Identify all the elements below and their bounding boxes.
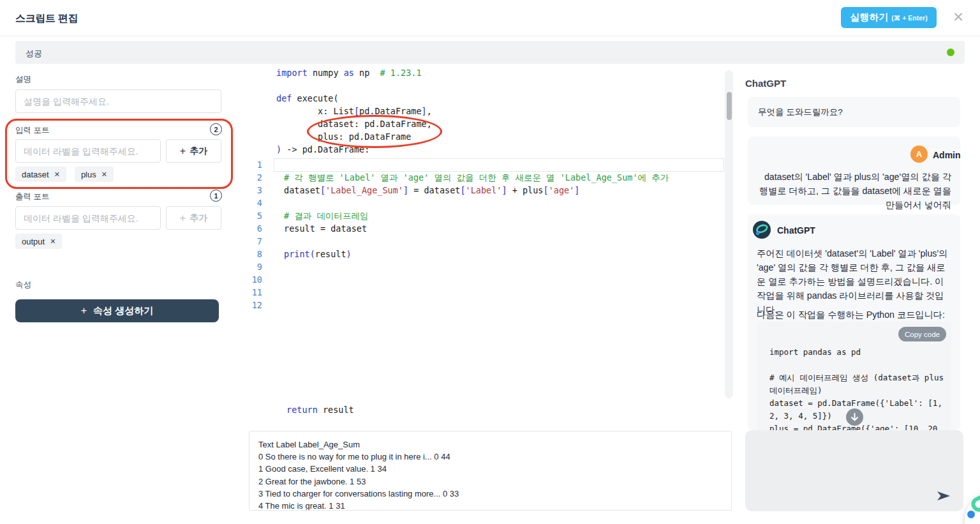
code-line-param-x: x: List[pd.DataFrame],	[276, 105, 432, 117]
chat-launcher-button[interactable]	[965, 493, 980, 524]
tag-output-close-icon[interactable]: ✕	[50, 237, 56, 246]
assistant-paragraph: 주어진 데이터셋 'dataset'의 'Label' 열과 'plus'의 '…	[757, 246, 952, 317]
list-item: 1	[246, 158, 262, 171]
input-port-tags: dataset ✕ plus ✕	[15, 167, 114, 182]
list-item: 12	[246, 299, 262, 311]
list-item: 8	[246, 248, 262, 260]
list-item: 4 The mic is great. 1 31	[258, 500, 722, 511]
list-item: 9	[246, 260, 262, 273]
run-button-label: 실행하기	[850, 11, 888, 24]
chatgpt-panel: ChatGPT 무엇을 도와드릴까요? A Admin dataset의 'La…	[745, 69, 965, 524]
chat-user-bubble: A Admin dataset의 'Label' 열과 plus의 'age'열…	[748, 137, 960, 205]
tag-dataset-close-icon[interactable]: ✕	[54, 170, 60, 179]
scroll-to-bottom-button[interactable]	[846, 408, 863, 426]
input-ports-label: 입력 포트	[15, 125, 49, 136]
run-button-shortcut: (⌘ + Enter)	[891, 14, 927, 22]
plus-icon: +	[180, 213, 186, 224]
list-item: 5	[246, 209, 262, 222]
list-item: 3 Tied to charger for conversations last…	[258, 488, 722, 500]
list-item: 6	[246, 222, 262, 235]
chat-greeting-bubble: 무엇을 도와드릴까요?	[748, 97, 960, 127]
tag-plus-close-icon[interactable]: ✕	[101, 170, 107, 179]
down-arrow-icon	[850, 412, 859, 422]
tag-plus: plus ✕	[75, 167, 114, 182]
editor-code-lines: # 각 행별로 'Label' 열과 'age' 열의 값을 더한 후 새로운 …	[284, 158, 669, 311]
code-editor[interactable]: import numpy as np # 1.23.1 def execute(…	[246, 69, 734, 421]
chatgpt-logo-icon	[753, 221, 771, 239]
tag-output: output ✕	[15, 234, 62, 249]
launcher-logo-icon	[967, 493, 980, 520]
user-message-text: dataset의 'Label' 열과 plus의 'age'열의 값을 각 행…	[755, 170, 951, 212]
tag-dataset: dataset ✕	[15, 167, 66, 182]
close-icon[interactable]: ✕	[950, 9, 967, 26]
code-line-print: print(result)	[284, 248, 669, 260]
status-success-dot	[947, 49, 954, 56]
assistant-name: ChatGPT	[777, 225, 815, 236]
list-item: 2	[246, 171, 262, 184]
list-item: 10	[246, 273, 262, 286]
description-label: 설명	[15, 74, 31, 85]
script-edit-modal: 스크립트 편집 실행하기 (⌘ + Enter) ✕ 성공 설명 입력 포트 2…	[0, 0, 980, 524]
chat-panel-title: ChatGPT	[745, 78, 786, 89]
code-line-assignment: dataset['Label_Age_Sum'] = dataset['Labe…	[284, 184, 669, 197]
input-ports-count-badge: 2	[210, 123, 222, 135]
tag-plus-label: plus	[81, 170, 96, 179]
list-item: 7	[246, 235, 262, 248]
assistant-code-intro: 다음은 이 작업을 수행하는 Python 코드입니다:	[757, 309, 945, 321]
run-button[interactable]: 실행하기 (⌘ + Enter)	[841, 7, 937, 28]
output-port-tags: output ✕	[15, 234, 62, 249]
description-input[interactable]	[15, 89, 221, 113]
output-ports-count-badge: 1	[210, 190, 222, 202]
add-output-port-button[interactable]: + 추가	[166, 206, 221, 230]
tag-dataset-label: dataset	[22, 170, 49, 179]
list-item: Text Label Label_Age_Sum	[258, 438, 722, 451]
code-line-param-plus: plus: pd.DataFrame	[276, 130, 432, 143]
execution-output-panel: Text Label Label_Age_Sum0 So there is no…	[249, 431, 732, 511]
editor-wrapper-code: import numpy as np # 1.23.1 def execute(…	[276, 69, 432, 156]
chat-assistant-bubble: ChatGPT 주어진 데이터셋 'dataset'의 'Label' 열과 '…	[748, 214, 960, 430]
code-line-def-execute: def execute(	[276, 92, 432, 105]
copy-code-button[interactable]: Copy code	[898, 327, 946, 341]
admin-avatar: A	[910, 146, 928, 163]
list-item: 0 So there is no way for me to plug it i…	[258, 451, 722, 463]
status-label: 성공	[26, 48, 42, 59]
add-output-port-label: 추가	[189, 213, 207, 224]
code-line-comment-result: # 결과 데이터프레임	[284, 209, 669, 222]
input-port-label-input[interactable]	[15, 139, 161, 163]
plus-icon: +	[180, 146, 186, 157]
editor-scrollbar-thumb[interactable]	[727, 92, 732, 120]
list-item	[769, 359, 944, 371]
add-input-port-label: 추가	[189, 146, 207, 157]
chat-message-input[interactable]	[745, 430, 963, 511]
list-item: # 예시 데이터프레임 생성 (dataset과 plus 데이터프레임)	[769, 371, 944, 397]
code-line-result: result = dataset	[284, 222, 669, 235]
code-line-import: import numpy as np # 1.23.1	[276, 69, 432, 79]
output-port-label-input[interactable]	[15, 206, 161, 230]
output-ports-label: 출력 포트	[15, 191, 49, 202]
header: 스크립트 편집 실행하기 (⌘ + Enter) ✕	[0, 0, 980, 36]
code-line-return-result: return result	[286, 403, 354, 416]
list-item: 2 Great for the jawbone. 1 53	[258, 475, 722, 488]
code-line-comment-sum: # 각 행별로 'Label' 열과 'age' 열의 값을 더한 후 새로운 …	[284, 171, 669, 184]
create-attribute-label: 속성 생성하기	[93, 305, 153, 317]
tag-output-label: output	[22, 237, 45, 246]
editor-line-numbers: 123456789101112	[246, 158, 262, 311]
create-attribute-button[interactable]: + 속성 생성하기	[15, 299, 219, 322]
chat-greeting-text: 무엇을 도와드릴까요?	[758, 107, 843, 118]
list-item: 1 Good case, Excellent value. 1 34	[258, 463, 722, 475]
editor-scrollbar-track[interactable]	[725, 70, 733, 398]
code-line-return-type: ) -> pd.DataFrame:	[276, 143, 432, 156]
list-item: 4	[246, 197, 262, 209]
status-bar[interactable]: 성공	[15, 41, 965, 64]
admin-name: Admin	[933, 150, 961, 160]
page-title: 스크립트 편집	[15, 12, 78, 26]
list-item: 3	[246, 184, 262, 197]
attributes-label: 속성	[15, 280, 31, 290]
list-item: import pandas as pd	[769, 346, 944, 359]
code-line-param-dataset: dataset: pd.DataFrame,	[276, 117, 432, 130]
add-input-port-button[interactable]: + 추가	[166, 139, 221, 163]
plus-icon: +	[81, 305, 87, 317]
send-icon[interactable]	[937, 491, 951, 501]
list-item: 11	[246, 286, 262, 299]
